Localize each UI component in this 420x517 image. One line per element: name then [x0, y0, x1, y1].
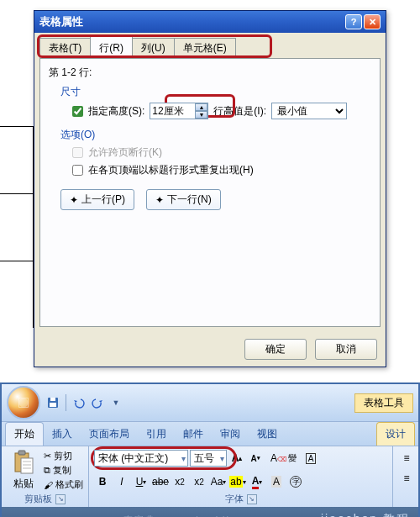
tab-review[interactable]: 审阅	[212, 423, 249, 446]
font-name-combo[interactable]: 宋体 (中文正文)	[94, 450, 188, 467]
row-height-is-label: 行高值是(I):	[213, 104, 266, 119]
tab-design[interactable]: 设计	[376, 422, 415, 446]
specify-height-checkbox[interactable]	[72, 106, 83, 117]
svg-rect-5	[18, 451, 25, 455]
bold-button[interactable]: B	[94, 473, 111, 490]
copy-icon: ⧉	[44, 465, 50, 476]
superscript-button[interactable]: x2	[191, 473, 207, 490]
tab-cell[interactable]: 单元格(E)	[174, 38, 236, 58]
close-button[interactable]: ✕	[364, 14, 381, 29]
size-group-label: 尺寸	[60, 85, 371, 99]
scissors-icon: ✂	[44, 451, 51, 462]
repeat-header-label: 在各页顶端以标题行形式重复出现(H)	[88, 163, 254, 177]
watermark: 查字典 www.chazidian.com jiaochen 教程	[2, 507, 418, 517]
clipboard-group: 粘贴 ✂剪切 ⧉复制 🖌格式刷 剪贴板↘	[2, 446, 89, 507]
tab-insert[interactable]: 插入	[44, 423, 81, 446]
underline-button[interactable]: U▾	[133, 473, 150, 490]
svg-point-0	[19, 398, 29, 408]
allow-break-checkbox	[72, 147, 83, 158]
specify-height-label: 指定高度(S):	[88, 104, 144, 119]
clear-format-button[interactable]: A⌫	[265, 450, 282, 467]
shrink-font-button[interactable]: A▾	[247, 450, 264, 467]
tab-home[interactable]: 开始	[5, 422, 44, 446]
phonetic-guide-button[interactable]: 變	[284, 450, 301, 467]
context-tool-label: 表格工具	[354, 393, 413, 413]
grow-font-button[interactable]: A▴	[228, 450, 245, 467]
strikethrough-button[interactable]: abe	[152, 473, 169, 490]
character-shading-button[interactable]: A	[268, 473, 285, 490]
tab-panel-row: 第 1-2 行: 尺寸 指定高度(S): ▲▼ 行高值是(I): 最小值 选项(…	[39, 58, 381, 327]
copy-button[interactable]: ⧉复制	[44, 464, 83, 477]
change-case-button[interactable]: Aa▾	[210, 473, 227, 490]
cancel-button[interactable]: 取消	[315, 339, 377, 360]
svg-rect-6	[21, 458, 33, 473]
align-left-button[interactable]: ≡	[398, 470, 415, 487]
tab-view[interactable]: 视图	[249, 423, 286, 446]
cut-button[interactable]: ✂剪切	[44, 450, 83, 462]
svg-rect-2	[50, 398, 55, 401]
bullets-button[interactable]: ≡	[398, 450, 415, 467]
character-border-button[interactable]: A	[302, 450, 319, 467]
repeat-header-checkbox[interactable]	[72, 165, 83, 176]
format-painter-button[interactable]: 🖌格式刷	[44, 478, 83, 491]
ribbon: ▼ 表格工具 开始 插入 页面布局 引用 邮件 审阅 视图 设计 粘贴 ✂剪切 …	[0, 382, 420, 517]
table-properties-dialog: 表格属性 ? ✕ 表格(T) 行(R) 列(U) 单元格(E) 第 1-2 行:…	[34, 10, 386, 367]
office-icon	[14, 393, 33, 412]
tab-column[interactable]: 列(U)	[132, 38, 175, 58]
dialog-title: 表格属性	[39, 14, 83, 29]
office-button[interactable]	[7, 386, 40, 419]
dialog-titlebar[interactable]: 表格属性 ? ✕	[34, 11, 386, 33]
tab-layout[interactable]: 页面布局	[81, 423, 138, 446]
dialog-tabs: 表格(T) 行(R) 列(U) 单元格(E)	[34, 33, 386, 58]
font-size-combo[interactable]: 五号	[190, 450, 227, 467]
italic-button[interactable]: I	[113, 473, 130, 490]
font-color-button[interactable]: A▾	[249, 473, 265, 490]
options-group-label: 选项(O)	[60, 128, 371, 142]
paragraph-group-partial: ≡ ≡	[393, 446, 418, 507]
redo-icon[interactable]	[90, 395, 105, 410]
font-dialog-launcher[interactable]: ↘	[247, 494, 257, 504]
font-group: 宋体 (中文正文) 五号 A▴ A▾ A⌫ 變 A B I U▾ abe x2 …	[89, 446, 393, 507]
undo-icon[interactable]	[71, 395, 87, 410]
qat-dropdown-icon[interactable]: ▼	[108, 395, 123, 410]
tab-mailings[interactable]: 邮件	[175, 423, 212, 446]
quick-access-toolbar: ▼ 表格工具	[2, 384, 418, 422]
prev-row-button[interactable]: ✦上一行(P)	[60, 189, 134, 210]
row-height-mode-select[interactable]: 最小值	[271, 103, 347, 119]
svg-rect-3	[50, 403, 56, 407]
font-group-label: 字体	[225, 493, 244, 505]
subscript-button[interactable]: x2	[171, 473, 188, 490]
arrow-down-icon: ✦	[155, 194, 164, 206]
ribbon-tabs: 开始 插入 页面布局 引用 邮件 审阅 视图 设计	[2, 422, 418, 446]
brush-icon: 🖌	[44, 480, 53, 490]
save-icon[interactable]	[45, 395, 60, 410]
next-row-button[interactable]: ✦下一行(N)	[146, 189, 221, 210]
paste-icon	[13, 450, 34, 475]
ok-button[interactable]: 确定	[244, 339, 307, 360]
tab-table[interactable]: 表格(T)	[39, 38, 91, 58]
spinner-buttons[interactable]: ▲▼	[195, 103, 207, 119]
help-button[interactable]: ?	[345, 14, 362, 29]
highlight-button[interactable]: ab▾	[229, 473, 246, 490]
paste-button[interactable]: 粘贴	[7, 450, 40, 491]
clipboard-group-label: 剪贴板	[24, 493, 52, 505]
allow-break-label: 允许跨页断行(K)	[88, 145, 162, 160]
tab-row[interactable]: 行(R)	[90, 36, 133, 58]
clipboard-dialog-launcher[interactable]: ↘	[55, 494, 66, 504]
arrow-up-icon: ✦	[70, 194, 78, 206]
tab-references[interactable]: 引用	[138, 423, 175, 446]
row-range-label: 第 1-2 行:	[49, 66, 371, 80]
enclose-char-button[interactable]: 字	[287, 473, 304, 490]
